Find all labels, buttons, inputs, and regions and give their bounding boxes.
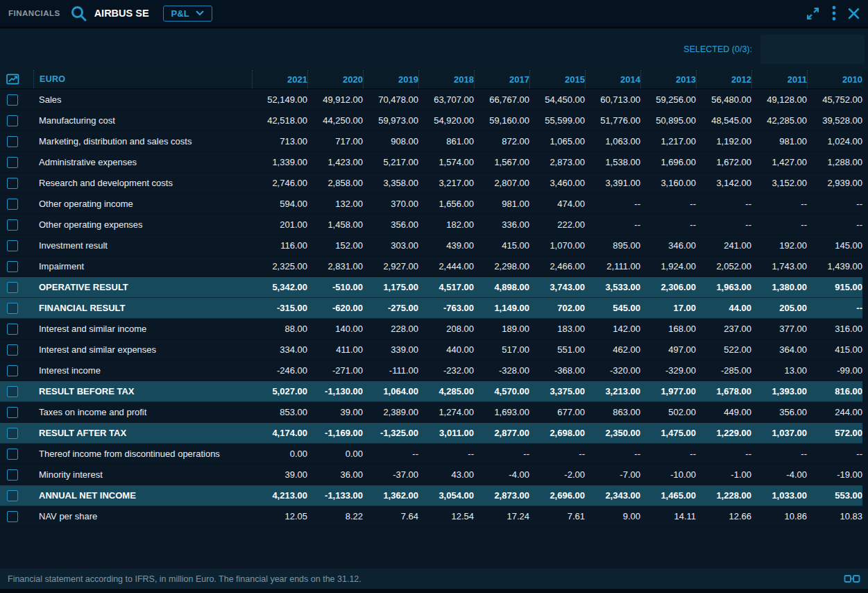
cell-value: 594.00 xyxy=(252,199,307,209)
cell-value: 1,693.00 xyxy=(474,407,529,417)
cell-value: 59,973.00 xyxy=(363,115,418,126)
cell-value: 201.00 xyxy=(252,219,307,230)
row-checkbox[interactable] xyxy=(7,282,18,293)
checkbox-cell xyxy=(0,344,33,356)
row-checkbox[interactable] xyxy=(7,303,18,314)
cell-value: 142.00 xyxy=(585,324,640,334)
row-checkbox[interactable] xyxy=(7,199,18,210)
cell-value: 2,873.00 xyxy=(474,490,529,501)
row-checkbox[interactable] xyxy=(7,261,18,272)
cell-value: 182.00 xyxy=(418,219,474,230)
cell-value: 42,518.00 xyxy=(252,115,307,126)
cell-value: 3,160.00 xyxy=(640,178,696,188)
table-row: Manufacturing cost42,518.0044,250.0059,9… xyxy=(0,110,862,131)
cell-value: 59,160.00 xyxy=(474,115,529,126)
row-checkbox[interactable] xyxy=(7,365,18,376)
row-checkbox[interactable] xyxy=(7,344,18,356)
row-checkbox[interactable] xyxy=(7,386,18,397)
cell-value: -- xyxy=(585,449,640,459)
cell-value: 49,912.00 xyxy=(307,94,363,105)
table-row: Research and development costs2,746.002,… xyxy=(0,173,862,194)
table-row: Interest and similar income88.00140.0022… xyxy=(0,319,862,340)
row-checkbox[interactable] xyxy=(7,136,18,147)
cell-value: 981.00 xyxy=(751,136,807,147)
cell-value: 152.00 xyxy=(307,240,363,251)
cell-value: 36.00 xyxy=(307,469,363,480)
cell-value: 336.00 xyxy=(474,219,529,230)
cell-value: 3,142.00 xyxy=(696,178,751,188)
row-checkbox[interactable] xyxy=(7,94,18,106)
selected-series-box[interactable] xyxy=(760,35,865,64)
cell-value: 43.00 xyxy=(418,469,474,480)
cell-value: -- xyxy=(807,219,862,230)
cell-value: 3,375.00 xyxy=(529,386,585,396)
cell-value: 88.00 xyxy=(252,324,307,334)
cell-value: 356.00 xyxy=(751,407,807,417)
row-checkbox[interactable] xyxy=(7,469,18,481)
cell-value: 1,475.00 xyxy=(640,428,696,438)
cell-value: -763.00 xyxy=(418,303,474,313)
close-icon[interactable] xyxy=(848,8,860,19)
kebab-menu-icon[interactable] xyxy=(832,6,836,21)
expand-icon[interactable] xyxy=(806,6,820,21)
selected-count-label: SELECTED (0/3): xyxy=(683,44,752,54)
cell-value: 3,358.00 xyxy=(363,178,418,188)
table-header-row: EURO 20212020201920182017201520142013201… xyxy=(0,70,862,90)
cell-value: 1,149.00 xyxy=(474,303,529,313)
table-row: OPERATIVE RESULT5,342.00-510.001,175.004… xyxy=(0,277,862,298)
cell-value: 908.00 xyxy=(363,136,418,147)
row-checkbox[interactable] xyxy=(7,511,18,522)
row-checkbox[interactable] xyxy=(7,178,18,189)
cell-value: 1,217.00 xyxy=(640,136,696,147)
chart-column-header xyxy=(0,70,33,88)
cell-value: 2,807.00 xyxy=(474,178,529,188)
table-row: RESULT AFTER TAX4,174.00-1,169.00-1,325.… xyxy=(0,423,862,444)
cell-value: 13.00 xyxy=(751,365,807,376)
footer-bar: Financial statement according to IFRS, i… xyxy=(0,569,868,589)
row-checkbox[interactable] xyxy=(7,157,18,168)
cell-value: -1,130.00 xyxy=(307,386,363,396)
cell-value: 1,963.00 xyxy=(696,282,751,292)
cell-value: 17.00 xyxy=(640,303,696,313)
cell-value: 872.00 xyxy=(474,136,529,147)
cell-value: 702.00 xyxy=(529,303,585,313)
row-checkbox[interactable] xyxy=(7,115,18,126)
link-icon[interactable] xyxy=(844,574,860,583)
cell-value: -10.00 xyxy=(640,469,696,480)
row-checkbox[interactable] xyxy=(7,324,18,335)
cell-value: 2,873.00 xyxy=(529,157,585,167)
cell-value: -- xyxy=(751,199,807,209)
search-icon[interactable] xyxy=(70,5,87,22)
row-checkbox[interactable] xyxy=(7,219,18,231)
row-checkbox[interactable] xyxy=(7,240,18,251)
cell-value: 415.00 xyxy=(807,344,862,355)
cell-value: 1,567.00 xyxy=(474,157,529,167)
column-header-year: 2017 xyxy=(474,70,529,88)
cell-value: 237.00 xyxy=(696,324,751,334)
cell-value: 39.00 xyxy=(252,469,307,480)
cell-value: 70,478.00 xyxy=(363,94,418,105)
cell-value: 4,174.00 xyxy=(252,428,307,438)
chevron-down-icon xyxy=(196,10,204,16)
row-checkbox[interactable] xyxy=(7,428,18,439)
cell-value: 1,423.00 xyxy=(307,157,363,167)
cell-value: 2,298.00 xyxy=(474,261,529,272)
row-checkbox[interactable] xyxy=(7,490,18,501)
cell-value: 4,285.00 xyxy=(418,386,474,396)
cell-value: 2,111.00 xyxy=(585,261,640,272)
cell-value: 44,250.00 xyxy=(307,115,363,126)
cell-value: -7.00 xyxy=(585,469,640,480)
row-checkbox[interactable] xyxy=(7,407,18,418)
cell-value: 502.00 xyxy=(640,407,696,417)
table-body: Sales52,149.0049,912.0070,478.0063,707.0… xyxy=(0,90,862,527)
cell-value: 2,877.00 xyxy=(474,428,529,438)
row-checkbox[interactable] xyxy=(7,449,18,460)
cell-value: 39.00 xyxy=(307,407,363,417)
cell-value: -- xyxy=(696,219,751,230)
checkbox-cell xyxy=(0,407,33,418)
cell-value: 863.00 xyxy=(585,407,640,417)
cell-value: -- xyxy=(640,449,696,459)
table-row: Investment result116.00152.00303.00439.0… xyxy=(0,235,862,256)
statement-type-dropdown[interactable]: P&L xyxy=(163,6,212,22)
cell-value: 3,213.00 xyxy=(585,386,640,396)
